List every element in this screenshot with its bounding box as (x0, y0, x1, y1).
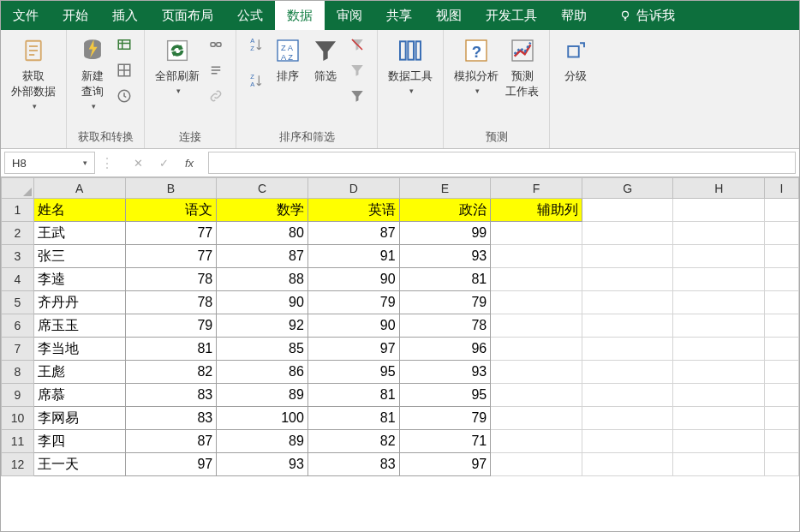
btn-data-tools[interactable]: 数据工具 ▾ (388, 35, 433, 95)
btn-show-queries[interactable] (115, 35, 134, 54)
cell[interactable]: 英语 (307, 199, 399, 222)
cell[interactable] (582, 199, 673, 222)
cell[interactable]: 78 (399, 314, 491, 338)
btn-clear[interactable] (348, 35, 367, 54)
tab-help[interactable]: 帮助 (549, 1, 599, 30)
cell[interactable] (491, 291, 582, 314)
cell[interactable] (765, 222, 799, 245)
cell[interactable] (491, 384, 582, 407)
cell[interactable]: 79 (125, 314, 217, 338)
btn-outline[interactable]: 分级 (560, 35, 591, 84)
cell[interactable] (491, 361, 582, 384)
col-header[interactable]: G (582, 178, 673, 199)
cell[interactable] (491, 268, 582, 291)
cell[interactable]: 89 (217, 430, 308, 453)
col-header[interactable]: H (673, 178, 765, 199)
cell[interactable]: 语文 (125, 199, 217, 222)
col-header[interactable]: I (765, 178, 799, 199)
tab-data[interactable]: 数据 (275, 1, 325, 30)
btn-forecast-sheet[interactable]: 预测 工作表 (505, 35, 539, 99)
cell[interactable] (582, 314, 673, 338)
cell[interactable]: 李逵 (33, 268, 125, 291)
cell[interactable] (582, 291, 673, 314)
cell[interactable]: 81 (307, 384, 399, 407)
cell[interactable] (582, 384, 673, 407)
cell[interactable] (491, 407, 582, 430)
cell[interactable]: 席慕 (33, 384, 125, 407)
btn-advanced[interactable] (348, 87, 367, 105)
cell[interactable] (765, 407, 799, 430)
cell[interactable]: 78 (125, 291, 217, 314)
row-header[interactable]: 6 (2, 314, 34, 338)
row-header[interactable]: 10 (2, 407, 34, 430)
cell[interactable]: 93 (217, 453, 308, 476)
cell[interactable] (765, 199, 799, 222)
cell[interactable] (673, 291, 765, 314)
enter-button[interactable]: ✓ (157, 156, 170, 170)
btn-get-external-data[interactable]: 获取 外部数据 ▾ (11, 35, 56, 111)
cell[interactable]: 97 (307, 338, 399, 361)
tell-me[interactable]: 告诉我 (607, 1, 687, 30)
cell[interactable]: 82 (125, 361, 217, 384)
cell[interactable] (765, 268, 799, 291)
cell[interactable] (673, 361, 765, 384)
btn-sort-asc[interactable]: AZ (247, 35, 266, 54)
cell[interactable]: 席玉玉 (33, 314, 125, 338)
grid[interactable]: ABCDEFGHI 1姓名语文数学英语政治辅助列2王武778087993张三77… (1, 177, 799, 476)
cell[interactable] (491, 453, 582, 476)
cell[interactable]: 83 (125, 407, 217, 430)
cell[interactable]: 82 (307, 430, 399, 453)
row-header[interactable]: 3 (2, 245, 34, 268)
cell[interactable]: 87 (307, 222, 399, 245)
tab-layout[interactable]: 页面布局 (150, 1, 225, 30)
btn-recent-sources[interactable] (115, 87, 134, 105)
cell[interactable] (491, 314, 582, 338)
cell[interactable]: 77 (125, 245, 217, 268)
cell[interactable]: 齐丹丹 (33, 291, 125, 314)
col-header[interactable]: C (217, 178, 308, 199)
cell[interactable]: 79 (399, 291, 491, 314)
cell[interactable]: 79 (307, 291, 399, 314)
cell[interactable]: 李当地 (33, 338, 125, 361)
cell[interactable]: 91 (307, 245, 399, 268)
cell[interactable]: 张三 (33, 245, 125, 268)
cell[interactable]: 77 (125, 222, 217, 245)
cell[interactable] (673, 245, 765, 268)
btn-properties[interactable] (206, 61, 225, 80)
cell[interactable] (582, 407, 673, 430)
cell[interactable]: 80 (217, 222, 308, 245)
cell[interactable] (765, 314, 799, 338)
cell[interactable] (765, 291, 799, 314)
cell[interactable]: 97 (399, 453, 491, 476)
cell[interactable]: 83 (125, 384, 217, 407)
btn-from-table[interactable] (115, 61, 134, 80)
tab-dev[interactable]: 开发工具 (474, 1, 549, 30)
cell[interactable] (673, 314, 765, 338)
cell[interactable]: 李四 (33, 430, 125, 453)
cancel-button[interactable]: ✕ (131, 156, 145, 170)
btn-whatif[interactable]: ? 模拟分析 ▾ (454, 35, 499, 95)
select-all[interactable] (2, 178, 34, 199)
btn-filter[interactable]: 筛选 (310, 35, 341, 84)
row-header[interactable]: 5 (2, 291, 34, 314)
tab-file[interactable]: 文件 (1, 1, 51, 30)
cell[interactable] (491, 245, 582, 268)
cell[interactable] (582, 361, 673, 384)
cell[interactable] (673, 384, 765, 407)
cell[interactable] (765, 245, 799, 268)
cell[interactable] (673, 407, 765, 430)
cell[interactable]: 89 (217, 384, 308, 407)
btn-reapply[interactable] (348, 61, 367, 80)
cell[interactable] (673, 338, 765, 361)
cell[interactable]: 90 (217, 291, 308, 314)
cell[interactable]: 99 (399, 222, 491, 245)
cell[interactable]: 83 (307, 453, 399, 476)
col-header[interactable]: E (399, 178, 491, 199)
row-header[interactable]: 4 (2, 268, 34, 291)
cell[interactable]: 93 (399, 245, 491, 268)
cell[interactable]: 79 (399, 407, 491, 430)
cell[interactable]: 81 (307, 407, 399, 430)
tab-view[interactable]: 视图 (424, 1, 474, 30)
cell[interactable] (582, 338, 673, 361)
tab-insert[interactable]: 插入 (100, 1, 150, 30)
